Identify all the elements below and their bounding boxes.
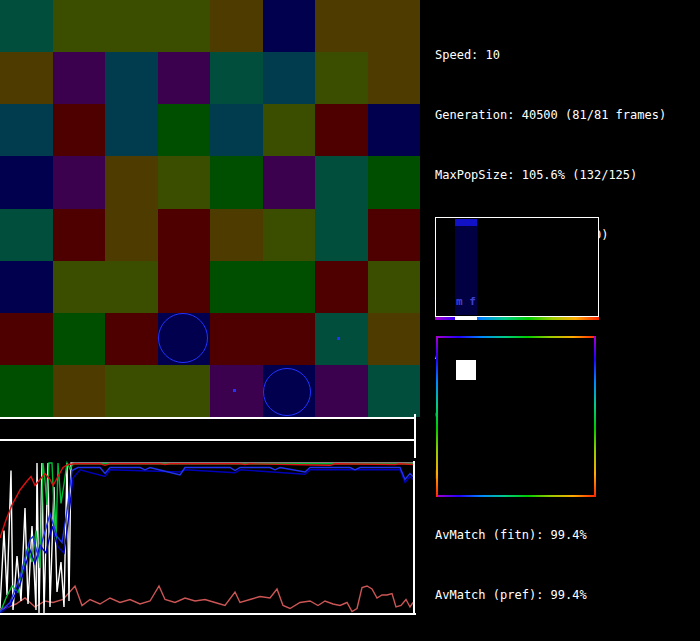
gene-map-border-bottom — [436, 495, 596, 497]
territory-cell — [53, 156, 106, 208]
territory-cell — [0, 313, 53, 365]
world-grid — [0, 0, 420, 417]
territory-cell — [315, 313, 368, 365]
territory-cell — [368, 52, 421, 104]
territory-cell — [210, 209, 263, 261]
territory-cell — [368, 261, 421, 313]
organism-dot — [337, 337, 340, 340]
territory-cell — [210, 0, 263, 52]
simulation-window: Speed: 10 Generation: 40500 (81/81 frame… — [0, 0, 700, 641]
organism-dot — [233, 389, 236, 392]
territory-cell — [315, 156, 368, 208]
organism-circle — [263, 368, 311, 416]
territory-cell — [158, 209, 211, 261]
territory-cell — [368, 0, 421, 52]
stat-avmatch-pref: AvMatch (pref): 99.4% — [435, 585, 666, 605]
territory-cell — [105, 52, 158, 104]
territory-cell — [210, 365, 263, 417]
stat-maxpopsize: MaxPopSize: 105.6% (132/125) — [435, 165, 666, 185]
territory-cell — [315, 261, 368, 313]
territory-cell — [263, 0, 316, 52]
territory-cell — [263, 52, 316, 104]
chart-right-border — [413, 461, 415, 615]
gene-map-border-top — [436, 336, 596, 338]
stat-generation: Generation: 40500 (81/81 frames) — [435, 105, 666, 125]
territory-cell — [158, 0, 211, 52]
progress-bar-end-mark — [414, 414, 416, 458]
territory-cell — [158, 156, 211, 208]
frame-progress-bar — [0, 439, 416, 441]
stats-panel: Speed: 10 Generation: 40500 (81/81 frame… — [435, 5, 666, 641]
territory-cell — [263, 209, 316, 261]
territory-cell — [368, 104, 421, 156]
territory-cell — [0, 156, 53, 208]
stat-avmatch-fitn: AvMatch (fitn): 99.4% — [435, 525, 666, 545]
territory-cell — [368, 156, 421, 208]
territory-cell — [210, 104, 263, 156]
histogram-bar-overflow — [455, 219, 477, 226]
histogram-hue-scale-highlight — [455, 317, 477, 320]
organism-circle — [158, 313, 208, 363]
territory-cell — [315, 365, 368, 417]
territory-cell — [315, 209, 368, 261]
territory-cell — [368, 209, 421, 261]
territory-cell — [315, 104, 368, 156]
territory-cell — [53, 104, 106, 156]
gene-map-marker — [456, 360, 476, 380]
territory-cell — [53, 365, 106, 417]
territory-cell — [368, 313, 421, 365]
chart-bottom-border — [0, 613, 416, 615]
territory-cell — [105, 0, 158, 52]
territory-cell — [315, 0, 368, 52]
territory-cell — [53, 52, 106, 104]
grid-bottom-line — [0, 417, 416, 419]
history-chart — [0, 461, 418, 617]
territory-cell — [368, 365, 421, 417]
territory-cell — [263, 261, 316, 313]
white-line — [0, 463, 413, 613]
gene-map-border-right — [594, 336, 596, 497]
territory-cell — [158, 261, 211, 313]
territory-cell — [0, 209, 53, 261]
territory-cell — [315, 52, 368, 104]
territory-cell — [0, 52, 53, 104]
territory-cell — [210, 156, 263, 208]
blue-line — [0, 468, 413, 612]
territory-cell — [210, 313, 263, 365]
salmon-line — [0, 586, 413, 612]
territory-cell — [105, 104, 158, 156]
territory-cell — [263, 156, 316, 208]
territory-cell — [53, 209, 106, 261]
histogram-mf-label: m f — [455, 295, 477, 308]
territory-cell — [105, 156, 158, 208]
territory-cell — [0, 0, 53, 52]
gene-map-border-left — [436, 336, 438, 497]
territory-cell — [53, 313, 106, 365]
stat-speed: Speed: 10 — [435, 45, 666, 65]
territory-cell — [158, 52, 211, 104]
green-line — [0, 463, 413, 613]
territory-cell — [0, 261, 53, 313]
territory-cell — [158, 104, 211, 156]
territory-cell — [105, 365, 158, 417]
territory-cell — [210, 261, 263, 313]
territory-cell — [210, 52, 263, 104]
territory-cell — [105, 313, 158, 365]
territory-cell — [0, 365, 53, 417]
territory-cell — [105, 209, 158, 261]
territory-cell — [0, 104, 53, 156]
territory-cell — [53, 261, 106, 313]
territory-cell — [158, 365, 211, 417]
territory-cell — [263, 104, 316, 156]
territory-cell — [105, 261, 158, 313]
territory-cell — [263, 313, 316, 365]
territory-cell — [53, 0, 106, 52]
